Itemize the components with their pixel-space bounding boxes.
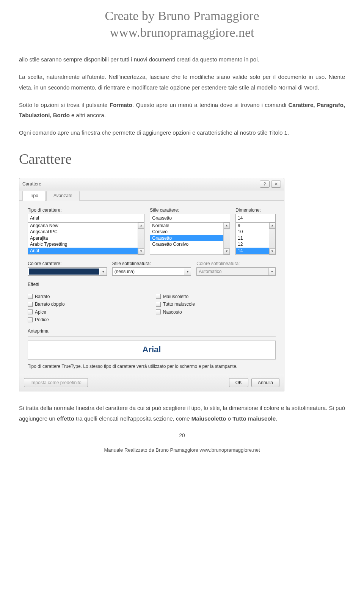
label-size: Dimensione: [235, 207, 276, 213]
list-item[interactable]: 11 [236, 235, 269, 241]
document-footer: Manuale Realizzato da Bruno Pramaggiore … [19, 446, 345, 455]
page-number: 20 [19, 431, 345, 441]
scroll-down-icon[interactable]: ▼ [269, 248, 275, 254]
list-item[interactable]: Arial [28, 248, 138, 254]
chevron-down-icon[interactable]: ▼ [184, 268, 191, 275]
para-1: allo stile saranno sempre disponibili pe… [19, 54, 345, 65]
ok-button[interactable]: OK [229, 378, 248, 387]
label-style: Stile carattere: [150, 207, 230, 213]
para-2: La scelta, naturalmente all'utente. Nell… [19, 72, 345, 93]
close-button[interactable]: ✕ [271, 181, 281, 188]
label-font: Tipo di carattere: [28, 207, 144, 213]
preview-text: Arial [143, 345, 161, 355]
font-dialog: Carattere ? ✕ Tipo Avanzate Tipo di cara… [19, 178, 284, 391]
para-4: Ogni comando apre una finestra che perme… [19, 127, 345, 138]
list-item[interactable]: 9 [236, 223, 269, 229]
checkbox-pedice[interactable]: Pedice [28, 317, 65, 322]
list-item[interactable]: Aparajita [28, 235, 138, 241]
checkbox-barrato[interactable]: Barrato [28, 294, 65, 299]
section-title: Carattere [19, 146, 345, 172]
label-color: Colore carattere: [28, 261, 107, 266]
font-input[interactable]: Arial [28, 214, 144, 222]
list-item[interactable]: 10 [236, 229, 269, 235]
checkbox-barrato-doppio[interactable]: Barrato doppio [28, 302, 65, 307]
dialog-title: Carattere [22, 181, 41, 187]
chevron-down-icon: ▼ [268, 268, 275, 275]
tab-strip: Tipo Avanzate [19, 190, 284, 200]
underline-style-combo[interactable]: (nessuna) ▼ [112, 267, 191, 276]
scrollbar[interactable]: ▲ ▼ [138, 223, 144, 254]
checkbox-nascosto[interactable]: Nascosto [156, 309, 195, 315]
scroll-up-icon[interactable]: ▲ [224, 223, 230, 229]
scroll-down-icon[interactable]: ▼ [224, 248, 230, 254]
size-listbox[interactable]: 9 10 11 12 14 ▲ ▼ [235, 222, 276, 255]
page-header: Create by Bruno Pramaggiore www.brunopra… [19, 8, 345, 41]
para-3: Sotto le opzioni si trova il pulsante Fo… [19, 100, 345, 121]
font-listbox[interactable]: Angsana New AngsanaUPC Aparajita Arabic … [28, 222, 144, 255]
scroll-up-icon[interactable]: ▲ [269, 223, 275, 229]
header-line2: www.brunopramaggiore.net [19, 24, 345, 41]
effects-grid: Barrato Barrato doppio Apice Pedice Maiu… [28, 294, 276, 323]
preview-label: Anteprima [28, 328, 276, 334]
tab-tipo[interactable]: Tipo [22, 191, 46, 200]
preview-box: Arial [28, 341, 276, 360]
list-item[interactable]: Angsana New [28, 223, 138, 229]
help-button[interactable]: ? [260, 181, 270, 188]
preview-note: Tipo di carattere TrueType. Lo stesso ti… [28, 363, 276, 369]
para-5: Si tratta della normale finestra del car… [19, 403, 345, 424]
list-item[interactable]: 12 [236, 241, 269, 247]
chevron-down-icon[interactable]: ▼ [100, 268, 107, 275]
label-underline: Stile sottolineatura: [112, 261, 191, 266]
cancel-button[interactable]: Annulla [251, 378, 279, 387]
scroll-down-icon[interactable]: ▼ [138, 248, 144, 254]
list-item[interactable]: Normale [150, 223, 223, 229]
size-input[interactable]: 14 [235, 214, 276, 222]
list-item[interactable]: AngsanaUPC [28, 229, 138, 235]
scroll-up-icon[interactable]: ▲ [138, 223, 144, 229]
list-item[interactable]: Grassetto Corsivo [150, 241, 223, 247]
style-listbox[interactable]: Normale Corsivo Grassetto Grassetto Cors… [150, 222, 230, 255]
header-line1: Create by Bruno Pramaggiore [19, 8, 345, 24]
style-input[interactable]: Grassetto [150, 214, 230, 222]
list-item[interactable]: 14 [236, 248, 269, 254]
set-default-button[interactable]: Imposta come predefinito [24, 378, 88, 387]
scrollbar[interactable]: ▲ ▼ [223, 223, 230, 254]
tab-avanzate[interactable]: Avanzate [46, 191, 80, 200]
checkbox-apice[interactable]: Apice [28, 309, 65, 315]
dialog-titlebar[interactable]: Carattere ? ✕ [19, 178, 284, 190]
checkbox-maiuscoletto[interactable]: Maiuscoletto [156, 294, 195, 299]
scrollbar[interactable]: ▲ ▼ [269, 223, 275, 254]
effects-label: Effetti [28, 282, 276, 287]
checkbox-tutto-maiuscole[interactable]: Tutto maiuscole [156, 302, 195, 307]
list-item[interactable]: Corsivo [150, 229, 223, 235]
label-underline-color: Colore sottolineatura: [196, 261, 276, 266]
font-color-combo[interactable]: ▼ [28, 267, 107, 276]
list-item[interactable]: Grassetto [150, 235, 223, 241]
underline-color-combo: Automatico ▼ [196, 267, 276, 276]
color-swatch [29, 269, 99, 275]
list-item[interactable]: Arabic Typesetting [28, 241, 138, 247]
